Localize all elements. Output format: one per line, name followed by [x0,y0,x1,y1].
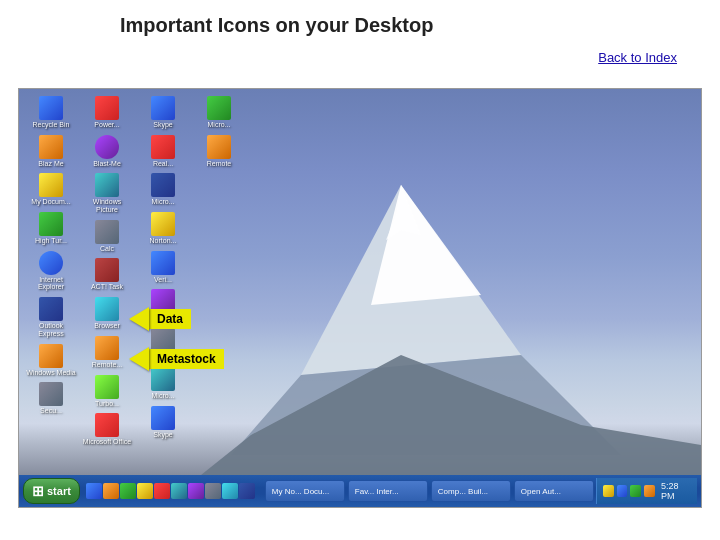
taskbar-icon-9[interactable] [222,483,238,499]
taskbar: ⊞ start My No... Docu... Fav... Inter...… [19,475,701,507]
taskbar-icon-5[interactable] [154,483,170,499]
desktop-icon-remote2[interactable]: Remote [192,133,246,170]
desktop-icon-blazeme[interactable]: Blaz Me [24,133,78,170]
desktop-icon-veri[interactable]: Veri... [136,249,190,286]
data-arrow-icon [129,307,149,331]
real-icon [151,135,175,159]
taskbar-btn-2[interactable]: Fav... Inter... [348,480,428,502]
systray-icon-3 [630,485,641,497]
back-to-index-link[interactable]: Back to Index [598,50,677,65]
taskbar-icon-6[interactable] [171,483,187,499]
calc-icon [95,220,119,244]
taskbar-icon-2[interactable] [103,483,119,499]
veri-icon [151,251,175,275]
taskbar-icon-7[interactable] [188,483,204,499]
desktop-icon-blast[interactable]: Blast-Me [80,133,134,170]
data-label-text: Data [149,309,191,329]
desktop-icon-msoffice[interactable]: Microsoft Office [80,411,134,448]
turbo-icon [95,375,119,399]
desktop-icon-calc[interactable]: Calc [80,218,134,255]
browser-icon [95,297,119,321]
ie-icon [39,251,63,275]
desktop-icon-wmp[interactable]: Windows Media [24,342,78,379]
winpic-icon [95,173,119,197]
desktop-icon-outlook[interactable]: Outlook Express [24,295,78,339]
desktop-icon-secu[interactable]: Secu... [24,380,78,417]
start-label: start [47,485,71,497]
desktop-icon-ie[interactable]: Internet Explorer [24,249,78,293]
micro-icon [151,173,175,197]
desktop-icon-recycleBin[interactable]: Recycle Bin [24,94,78,131]
metastock-arrow-label: Metastock [129,347,224,371]
start-button[interactable]: ⊞ start [23,478,80,504]
acttask-icon [95,258,119,282]
taskbar-icon-8[interactable] [205,483,221,499]
desktop-icon-skype2[interactable]: Skype [136,404,190,441]
secu-icon [39,382,63,406]
systray-icon-2 [617,485,628,497]
desktop-icon-acttask[interactable]: ACT! Task [80,256,134,293]
taskbar-btn-3[interactable]: Comp... Buil... [431,480,511,502]
data-arrow-label: Data [129,307,191,331]
blazeme-icon [39,135,63,159]
recycle-bin-icon [39,96,63,120]
taskbar-btn-1[interactable]: My No... Docu... [265,480,345,502]
taskbar-btn-4[interactable]: Open Aut... [514,480,594,502]
remote-icon [95,336,119,360]
taskbar-open-windows: My No... Docu... Fav... Inter... Comp...… [265,480,594,502]
micro3-icon [207,96,231,120]
clock-display: 5:28 PM [661,481,691,501]
taskbar-system-tray: 5:28 PM [596,478,697,504]
desktop-icon-skype[interactable]: Skype [136,94,190,131]
blast-icon [95,135,119,159]
desktop-icon-real[interactable]: Real... [136,133,190,170]
taskbar-quick-launch [86,483,255,499]
desktop-icon-browser[interactable]: Browser [80,295,134,332]
desktop-icon-power[interactable]: Power... [80,94,134,131]
metastock-arrow-icon [129,347,149,371]
desktop-icon-hightur[interactable]: High Tur... [24,210,78,247]
norton-icon [151,212,175,236]
desktop-icon-winpic[interactable]: Windows Picture [80,171,134,215]
metastock-label-text: Metastock [149,349,224,369]
taskbar-icon-4[interactable] [137,483,153,499]
page-title: Important Icons on your Desktop [120,14,433,37]
desktop-icon-micro3[interactable]: Micro... [192,94,246,131]
desktop-icon-norton[interactable]: Norton... [136,210,190,247]
mountain-svg [201,175,701,475]
mydocs-icon [39,173,63,197]
desktop-icons-area: Recycle Bin Blaz Me My Docum... High Tur… [24,94,199,454]
remote2-icon [207,135,231,159]
msoffice-icon [95,413,119,437]
svg-marker-1 [371,185,481,305]
taskbar-icon-3[interactable] [120,483,136,499]
desktop-screenshot: Recycle Bin Blaz Me My Docum... High Tur… [18,88,702,508]
desktop-icon-remote[interactable]: Remote... [80,334,134,371]
outlook-icon [39,297,63,321]
power-icon [95,96,119,120]
systray-icon-4 [644,485,655,497]
desktop-icon-mydocs[interactable]: My Docum... [24,171,78,208]
desktop-icon-turbo[interactable]: Turbo... [80,373,134,410]
skype-icon [151,96,175,120]
hightur-icon [39,212,63,236]
systray-icon-1 [603,485,614,497]
desktop-icon-micro[interactable]: Micro... [136,171,190,208]
skype2-icon [151,406,175,430]
taskbar-icon-1[interactable] [86,483,102,499]
taskbar-icon-10[interactable] [239,483,255,499]
wmp-icon [39,344,63,368]
